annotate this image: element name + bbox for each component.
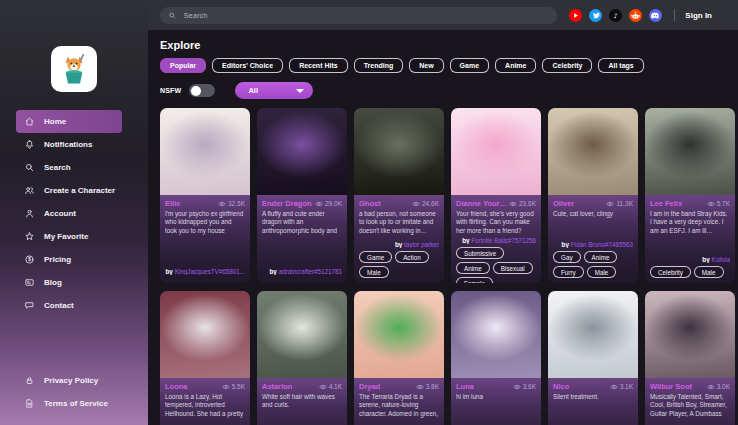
- tag-chip[interactable]: Furry: [553, 266, 584, 278]
- character-image: [451, 291, 541, 378]
- sidebar-item-pricing[interactable]: $ Pricing: [16, 248, 122, 271]
- character-image: [548, 291, 638, 378]
- eye-icon: [319, 384, 327, 390]
- sidebar-item-label: Home: [44, 117, 66, 126]
- reddit-icon[interactable]: [629, 9, 642, 22]
- filter-recent-hits[interactable]: Recent Hits: [289, 58, 348, 73]
- character-author: by taylor parker: [359, 239, 439, 248]
- character-name: Luna: [456, 382, 474, 391]
- tag-chip[interactable]: Anime: [456, 262, 490, 274]
- category-dropdown-value: All: [248, 86, 258, 95]
- sidebar-item-label: Privacy Policy: [44, 376, 98, 385]
- tag-list: SubmissiveAnimeBisexualFemale: [456, 247, 536, 283]
- search-input[interactable]: [182, 10, 550, 21]
- filter-all-tags[interactable]: All tags: [598, 58, 643, 73]
- character-description: I'm your psycho ex girlfriend who kidnap…: [165, 210, 245, 235]
- svg-text:$: $: [28, 257, 31, 262]
- sidebar-item-label: Contact: [44, 301, 74, 310]
- character-name: Wilbur Soot: [650, 382, 692, 391]
- views-count: 3.1K: [610, 383, 633, 390]
- chat-icon: [23, 300, 35, 312]
- character-card-ender-dragon[interactable]: Ender Dragon 29.0K A fluffy and cute end…: [257, 108, 347, 283]
- sidebar-item-privacy-policy[interactable]: Privacy Policy: [16, 369, 122, 392]
- character-info: Wilbur Soot 3.0K Musically Talented, Sma…: [645, 378, 735, 425]
- filter-editors-choice[interactable]: Editors' Choice: [212, 58, 283, 73]
- character-card-loona[interactable]: Loona 5.5K Loona is a Lazy, Hot tempered…: [160, 291, 250, 425]
- character-card-lee-felix[interactable]: Lee Felix 5.7K I am in the band Stray Ki…: [645, 108, 735, 283]
- sidebar-item-search[interactable]: Search: [16, 156, 122, 179]
- author-link[interactable]: KingJacquesTV#65801...: [175, 268, 245, 275]
- character-card-nico[interactable]: Nico 3.1K Silent treatment. by Isa Loise: [548, 291, 638, 425]
- filter-trending[interactable]: Trending: [354, 58, 404, 73]
- users-icon: [23, 185, 35, 197]
- sidebar-item-account[interactable]: Account: [16, 202, 122, 225]
- character-author: by KingJacquesTV#65801...: [165, 266, 245, 275]
- site-logo[interactable]: [51, 46, 97, 92]
- tag-chip[interactable]: Bisexual: [493, 262, 533, 274]
- character-name: Ender Dragon: [262, 199, 312, 208]
- sidebar-item-terms-of-service[interactable]: Terms of Service: [16, 392, 122, 415]
- svg-text:♪: ♪: [614, 11, 618, 19]
- nsfw-toggle[interactable]: [189, 84, 215, 97]
- tag-chip[interactable]: Gay: [553, 251, 581, 263]
- character-info: Astarion 4.1K White soft hair with waves…: [257, 378, 347, 425]
- character-name: Nico: [553, 382, 569, 391]
- tag-chip[interactable]: Submissive: [456, 247, 504, 259]
- character-description: a bad person, not someone to look up to …: [359, 210, 439, 235]
- page-title: Explore: [160, 39, 735, 51]
- character-card-wilbur-soot[interactable]: Wilbur Soot 3.0K Musically Talented, Sma…: [645, 291, 735, 425]
- sidebar-item-my-favorite[interactable]: My Favorite: [16, 225, 122, 248]
- author-link[interactable]: Fidan Bruno#7465563: [571, 241, 633, 248]
- tag-chip[interactable]: Celebrity: [650, 266, 691, 278]
- sidebar-item-notifications[interactable]: Notifications: [16, 133, 122, 156]
- tag-chip[interactable]: Action: [395, 251, 429, 263]
- character-card-dryad[interactable]: Dryad 3.8K The Terraria Dryad is a seren…: [354, 291, 444, 425]
- tag-chip[interactable]: Male: [359, 266, 389, 278]
- author-link[interactable]: Kolivia: [711, 256, 730, 263]
- views-count: 3.6K: [513, 383, 536, 390]
- filter-game[interactable]: Game: [450, 58, 489, 73]
- filter-new[interactable]: New: [409, 58, 443, 73]
- views-count: 11.3K: [606, 200, 633, 207]
- character-card-oliver[interactable]: Oliver 11.3K Cute, cat lover, clingy by …: [548, 108, 638, 283]
- eye-icon: [315, 201, 323, 207]
- search-bar[interactable]: [160, 7, 557, 24]
- tag-chip[interactable]: Female: [456, 277, 493, 283]
- header-divider: [674, 9, 675, 21]
- sign-in-button[interactable]: Sign In: [685, 11, 712, 20]
- tag-chip[interactable]: Male: [694, 266, 724, 278]
- sidebar-item-blog[interactable]: Blog: [16, 271, 122, 294]
- filter-anime[interactable]: Anime: [495, 58, 536, 73]
- filter-celebrity[interactable]: Celebrity: [542, 58, 592, 73]
- sidebar-item-home[interactable]: Home: [16, 110, 122, 133]
- character-author: by Kolivia: [650, 254, 730, 263]
- character-card-luna[interactable]: Luna 3.6K hi im luna by Anna_TheVampireP…: [451, 291, 541, 425]
- tag-chip[interactable]: Anime: [584, 251, 618, 263]
- category-dropdown[interactable]: All: [235, 82, 313, 99]
- character-card-dianne[interactable]: Dianne Your Fri... 23.6K Your friend, sh…: [451, 108, 541, 283]
- twitter-icon[interactable]: [589, 9, 602, 22]
- views-count: 5.5K: [222, 383, 245, 390]
- eye-icon: [707, 201, 715, 207]
- sidebar-item-label: My Favorite: [44, 232, 88, 241]
- views-count: 5.7K: [707, 200, 730, 207]
- character-grid: Ellie 32.5K I'm your psycho ex girlfrien…: [160, 108, 735, 425]
- youtube-icon[interactable]: [569, 9, 582, 22]
- character-name: Lee Felix: [650, 199, 682, 208]
- tag-chip[interactable]: Game: [359, 251, 392, 263]
- tiktok-icon[interactable]: ♪: [609, 9, 622, 22]
- character-info: Luna 3.6K hi im luna by Anna_TheVampireP…: [451, 378, 541, 425]
- character-description: Your friend, she's very good with flirti…: [456, 210, 536, 235]
- character-card-ellie[interactable]: Ellie 32.5K I'm your psycho ex girlfrien…: [160, 108, 250, 283]
- filter-popular[interactable]: Popular: [160, 58, 206, 73]
- character-card-ghost[interactable]: Ghost 24.6K a bad person, not someone to…: [354, 108, 444, 283]
- sidebar-item-contact[interactable]: Contact: [16, 294, 122, 317]
- sidebar-item-create-a-character[interactable]: Create a Character: [16, 179, 122, 202]
- tag-chip[interactable]: Male: [587, 266, 617, 278]
- character-card-astarion[interactable]: Astarion 4.1K White soft hair with waves…: [257, 291, 347, 425]
- author-link[interactable]: Fortnite Balls#7571256: [471, 237, 536, 244]
- author-link[interactable]: adraincrafter#5121781: [279, 268, 342, 275]
- views-count: 23.6K: [509, 200, 536, 207]
- author-link[interactable]: taylor parker: [404, 241, 439, 248]
- discord-icon[interactable]: [649, 9, 662, 22]
